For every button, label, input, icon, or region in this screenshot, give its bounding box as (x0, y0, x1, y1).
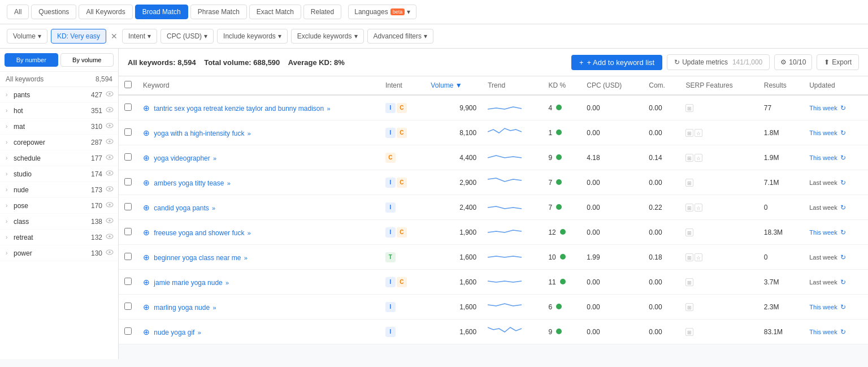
select-all-checkbox[interactable] (124, 81, 132, 88)
header-updated[interactable]: Updated (804, 76, 868, 95)
eye-icon[interactable] (106, 185, 114, 195)
keyword-link[interactable]: yoga videographer (154, 154, 210, 162)
sidebar-item-hot[interactable]: › hot 351 (0, 103, 118, 119)
add-keyword-icon[interactable]: ⊕ (143, 303, 150, 312)
row-checkbox-cell[interactable] (119, 170, 137, 195)
keyword-link[interactable]: candid yoga pants (154, 204, 209, 212)
refresh-icon[interactable]: ↻ (840, 204, 846, 211)
sidebar-item-retreat[interactable]: › retreat 132 (0, 230, 118, 245)
sidebar-item-mat[interactable]: › mat 310 (0, 119, 118, 135)
refresh-icon[interactable]: ↻ (840, 328, 846, 336)
row-checkbox[interactable] (124, 303, 132, 310)
expand-arrows-icon[interactable]: » (212, 304, 216, 311)
cpc-filter[interactable]: CPC (USD) ▾ (160, 29, 214, 44)
tab-all[interactable]: All (7, 5, 29, 19)
languages-dropdown[interactable]: Languages beta ▾ (348, 5, 416, 19)
keyword-link[interactable]: tantric sex yoga retreat kenzie taylor a… (154, 105, 324, 113)
keyword-link[interactable]: jamie marie yoga nude (154, 279, 222, 287)
eye-icon[interactable] (106, 122, 114, 131)
row-checkbox[interactable] (124, 103, 132, 111)
kd-filter[interactable]: KD: Very easy (51, 29, 106, 44)
tab-broad-match[interactable]: Broad Match (135, 5, 188, 19)
row-checkbox-cell[interactable] (119, 245, 137, 270)
add-keyword-icon[interactable]: ⊕ (143, 253, 150, 262)
header-cpc[interactable]: CPC (USD) (581, 76, 643, 95)
keyword-link[interactable]: beginner yoga class near me (154, 254, 241, 262)
add-keyword-icon[interactable]: ⊕ (143, 153, 150, 162)
header-com[interactable]: Com. (643, 76, 680, 95)
include-keywords-filter[interactable]: Include keywords ▾ (217, 29, 288, 44)
update-metrics-button[interactable]: ↻ Update metrics 141/1,000 (667, 54, 770, 70)
add-keyword-icon[interactable]: ⊕ (143, 327, 150, 336)
sort-by-number[interactable]: By number (5, 53, 58, 67)
sidebar-item-studio[interactable]: › studio 174 (0, 166, 118, 182)
tab-questions[interactable]: Questions (31, 5, 76, 19)
refresh-icon[interactable]: ↻ (840, 303, 846, 311)
sidebar-item-class[interactable]: › class 138 (0, 214, 118, 230)
add-keyword-icon[interactable]: ⊕ (143, 278, 150, 287)
eye-icon[interactable] (106, 137, 114, 147)
keyword-link[interactable]: freeuse yoga and shower fuck (154, 229, 244, 237)
refresh-icon[interactable]: ↻ (840, 228, 846, 236)
refresh-icon[interactable]: ↻ (840, 104, 846, 112)
sidebar-item-pants[interactable]: › pants 427 (0, 87, 118, 103)
eye-icon[interactable] (106, 248, 114, 258)
keyword-link[interactable]: nude yoga gif (154, 329, 194, 336)
refresh-icon[interactable]: ↻ (840, 179, 846, 187)
sidebar-item-pose[interactable]: › pose 170 (0, 198, 118, 214)
eye-icon[interactable] (106, 217, 114, 226)
row-checkbox[interactable] (124, 228, 132, 235)
refresh-icon[interactable]: ↻ (840, 154, 846, 162)
header-checkbox[interactable] (119, 76, 137, 95)
tab-all-keywords[interactable]: All Keywords (79, 5, 132, 19)
sidebar-item-corepower[interactable]: › corepower 287 (0, 135, 118, 150)
row-checkbox-cell[interactable] (119, 319, 137, 344)
row-checkbox[interactable] (124, 178, 132, 185)
expand-arrows-icon[interactable]: » (213, 155, 216, 162)
row-checkbox-cell[interactable] (119, 120, 137, 145)
eye-icon[interactable] (106, 106, 114, 115)
keyword-link[interactable]: ambers yoga titty tease (154, 179, 224, 187)
eye-icon[interactable] (106, 232, 114, 242)
keyword-link[interactable]: yoga with a high-intensity fuck (154, 129, 244, 137)
add-to-keyword-list-button[interactable]: + + Add to keyword list (571, 55, 662, 70)
kd-filter-close[interactable]: ✕ (110, 32, 119, 41)
row-checkbox[interactable] (124, 128, 132, 136)
expand-arrows-icon[interactable]: » (327, 105, 331, 112)
add-keyword-icon[interactable]: ⊕ (143, 178, 150, 187)
refresh-icon[interactable]: ↻ (840, 129, 846, 137)
row-checkbox[interactable] (124, 253, 132, 260)
add-keyword-icon[interactable]: ⊕ (143, 103, 150, 113)
row-checkbox-cell[interactable] (119, 295, 137, 319)
row-checkbox-cell[interactable] (119, 95, 137, 120)
header-serp[interactable]: SERP Features (680, 76, 758, 95)
refresh-icon[interactable]: ↻ (840, 253, 846, 261)
refresh-icon[interactable]: ↻ (840, 278, 846, 286)
row-checkbox[interactable] (124, 327, 132, 335)
header-kd[interactable]: KD % (542, 76, 581, 95)
header-trend[interactable]: Trend (482, 76, 542, 95)
row-checkbox[interactable] (124, 278, 132, 285)
expand-arrows-icon[interactable]: » (212, 205, 215, 211)
eye-icon[interactable] (106, 169, 114, 179)
row-checkbox-cell[interactable] (119, 145, 137, 170)
expand-arrows-icon[interactable]: » (248, 230, 251, 236)
sort-by-volume[interactable]: By volume (60, 53, 114, 67)
expand-arrows-icon[interactable]: » (198, 329, 201, 336)
sidebar-item-nude[interactable]: › nude 173 (0, 182, 118, 198)
expand-arrows-icon[interactable]: » (248, 130, 251, 137)
header-results[interactable]: Results (758, 76, 804, 95)
add-keyword-icon[interactable]: ⊕ (143, 203, 150, 212)
expand-arrows-icon[interactable]: » (227, 180, 231, 187)
tab-related[interactable]: Related (303, 5, 341, 19)
eye-icon[interactable] (106, 90, 114, 100)
row-checkbox[interactable] (124, 153, 132, 161)
volume-filter[interactable]: Volume ▾ (7, 29, 47, 44)
intent-filter[interactable]: Intent ▾ (122, 29, 157, 44)
sidebar-item-schedule[interactable]: › schedule 177 (0, 150, 118, 166)
tab-exact-match[interactable]: Exact Match (249, 5, 301, 19)
advanced-filters[interactable]: Advanced filters ▾ (367, 29, 433, 44)
add-keyword-icon[interactable]: ⊕ (143, 228, 150, 237)
expand-arrows-icon[interactable]: » (225, 279, 229, 286)
eye-icon[interactable] (106, 153, 114, 163)
